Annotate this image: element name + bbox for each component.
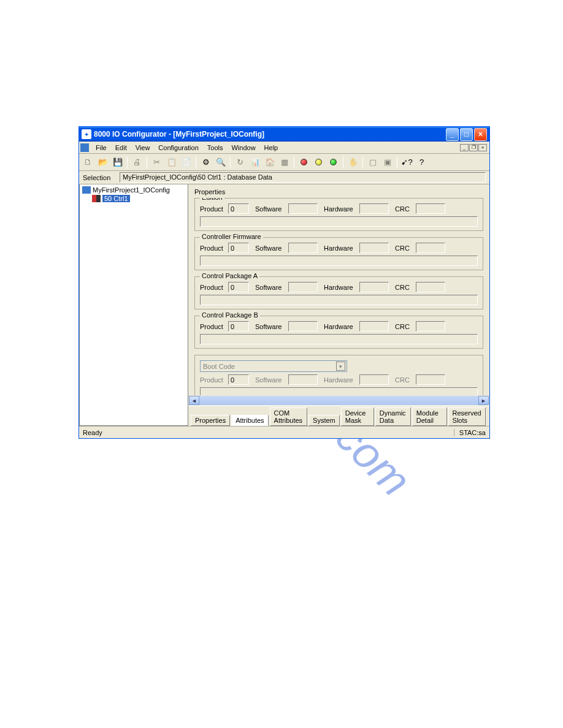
- tab-reserved-slots[interactable]: Reserved Slots: [448, 408, 486, 426]
- selection-path: MyFirstProject_IOConfig\50 Ctrl1 : Datab…: [120, 172, 486, 183]
- tree-controller-item[interactable]: 50 Ctrl1: [81, 194, 186, 203]
- copy-button[interactable]: 📋: [164, 156, 178, 169]
- horizontal-scrollbar[interactable]: ◄ ►: [188, 395, 489, 406]
- tree-root-label: MyFirstProject1_IOConfig: [93, 186, 170, 194]
- tool-button-1[interactable]: ⚙: [199, 156, 213, 169]
- box-icon: ▢: [369, 157, 377, 167]
- firmware-hardware-field[interactable]: [359, 243, 389, 253]
- body-area: MyFirstProject1_IOConfig 50 Ctrl1 Proper…: [79, 184, 489, 426]
- statusbar: Ready STAC:sa: [79, 426, 489, 438]
- toolbar-separator: [196, 156, 196, 169]
- pkgb-desc-field[interactable]: [200, 334, 478, 344]
- binoculars-icon: 🔍: [216, 157, 226, 167]
- save-button[interactable]: 💾: [110, 156, 124, 169]
- status-right: STAC:sa: [454, 429, 486, 436]
- tree-pane[interactable]: MyFirstProject1_IOConfig 50 Ctrl1: [79, 184, 188, 426]
- status-red-button[interactable]: [297, 156, 311, 169]
- boot-product-field[interactable]: [228, 374, 249, 385]
- firmware-crc-label: CRC: [395, 245, 413, 252]
- refresh-button[interactable]: ↻: [233, 156, 247, 169]
- menu-window[interactable]: Window: [227, 143, 259, 153]
- toolbar-separator: [362, 156, 363, 169]
- edition-crc-field[interactable]: [416, 203, 445, 214]
- open-icon: 📂: [98, 157, 108, 167]
- mdi-minimize-button[interactable]: _: [460, 144, 469, 151]
- menu-configuration[interactable]: Configuration: [154, 143, 202, 153]
- open-button[interactable]: 📂: [96, 156, 110, 169]
- firmware-software-field[interactable]: [288, 243, 318, 253]
- menu-file[interactable]: File: [91, 143, 111, 153]
- properties-pane: Properties Edition Product Software Hard…: [188, 184, 489, 426]
- boot-desc-field[interactable]: [200, 387, 478, 395]
- tool-button-4[interactable]: 🏠: [262, 156, 277, 169]
- mdi-close-button[interactable]: ×: [478, 144, 487, 151]
- app-icon: ✦: [82, 129, 91, 139]
- boot-code-combo[interactable]: Boot Code ▾: [200, 360, 347, 372]
- tool-button-2[interactable]: 🔍: [213, 156, 228, 169]
- group-edition: Edition Product Software Hardware CRC: [194, 198, 483, 231]
- pkga-hardware-field[interactable]: [359, 282, 389, 292]
- menu-help[interactable]: Help: [260, 143, 283, 153]
- firmware-hardware-label: Hardware: [324, 245, 357, 252]
- tab-device-mask[interactable]: Device Mask: [341, 408, 374, 426]
- print-button[interactable]: 🖨: [130, 156, 144, 169]
- pkgb-software-field[interactable]: [288, 321, 318, 332]
- tab-dynamic-data[interactable]: Dynamic Data: [375, 408, 411, 426]
- status-green-button[interactable]: [326, 156, 340, 169]
- group-package-b: Control Package B Product Software Hardw…: [194, 316, 483, 349]
- tab-attributes[interactable]: Attributes: [231, 415, 268, 426]
- tab-system[interactable]: System: [308, 415, 340, 426]
- edition-desc-field[interactable]: [200, 216, 478, 227]
- toolbar-separator: [127, 156, 128, 169]
- status-yellow-button[interactable]: [312, 156, 326, 169]
- pkgb-hardware-field[interactable]: [359, 321, 389, 332]
- minimize-button[interactable]: _: [446, 128, 459, 141]
- scroll-track[interactable]: [199, 396, 478, 405]
- help-icon: ?: [419, 157, 424, 167]
- menu-edit[interactable]: Edit: [111, 143, 131, 153]
- edition-product-label: Product: [200, 205, 226, 213]
- firmware-crc-field[interactable]: [416, 243, 445, 253]
- scroll-left-button[interactable]: ◄: [189, 396, 199, 405]
- boot-hardware-field[interactable]: [359, 374, 389, 385]
- cut-button[interactable]: ✂: [150, 156, 164, 169]
- new-button[interactable]: 🗋: [81, 156, 95, 169]
- edition-hardware-field[interactable]: [359, 203, 389, 214]
- context-help-button[interactable]: ➹?: [400, 156, 414, 169]
- controller-icon: [92, 195, 101, 202]
- pkga-desc-field[interactable]: [200, 295, 478, 305]
- firmware-product-field[interactable]: [228, 243, 249, 253]
- tree-root-item[interactable]: MyFirstProject1_IOConfig: [81, 186, 186, 194]
- maximize-button[interactable]: □: [460, 128, 473, 141]
- tab-module-detail[interactable]: Module Detail: [412, 408, 447, 426]
- firmware-desc-field[interactable]: [200, 256, 478, 266]
- tab-properties[interactable]: Properties: [191, 415, 230, 426]
- tool-button-5[interactable]: ▦: [277, 156, 291, 169]
- pkga-software-field[interactable]: [288, 282, 318, 292]
- pkga-crc-field[interactable]: [416, 282, 445, 292]
- boot-crc-field[interactable]: [416, 374, 445, 385]
- help-button[interactable]: ?: [415, 156, 429, 169]
- pkga-product-field[interactable]: [228, 282, 249, 292]
- menu-tools[interactable]: Tools: [203, 143, 228, 153]
- edition-software-field[interactable]: [288, 203, 318, 214]
- properties-header: Properties: [188, 184, 489, 198]
- boot-software-field[interactable]: [288, 374, 318, 385]
- group-package-a-title: Control Package A: [200, 272, 259, 279]
- tool-button-6[interactable]: ▢: [366, 156, 380, 169]
- pkgb-crc-field[interactable]: [416, 321, 445, 332]
- mdi-restore-button[interactable]: ❐: [469, 144, 478, 151]
- tool-button-7[interactable]: ▣: [380, 156, 394, 169]
- group-firmware-title: Controller Firmware: [200, 233, 263, 240]
- tool-button-3[interactable]: 📊: [248, 156, 262, 169]
- pkga-crc-label: CRC: [395, 284, 413, 291]
- pkgb-product-field[interactable]: [228, 321, 249, 332]
- paste-button[interactable]: 📄: [179, 156, 193, 169]
- menu-view[interactable]: View: [131, 143, 155, 153]
- tab-com-attributes[interactable]: COM Attributes: [270, 408, 307, 426]
- hand-button[interactable]: ✋: [346, 156, 360, 169]
- boot-code-combo-text: Boot Code: [203, 363, 235, 370]
- scroll-right-button[interactable]: ►: [478, 396, 489, 405]
- edition-product-field[interactable]: [228, 203, 249, 214]
- close-button[interactable]: ×: [474, 128, 487, 141]
